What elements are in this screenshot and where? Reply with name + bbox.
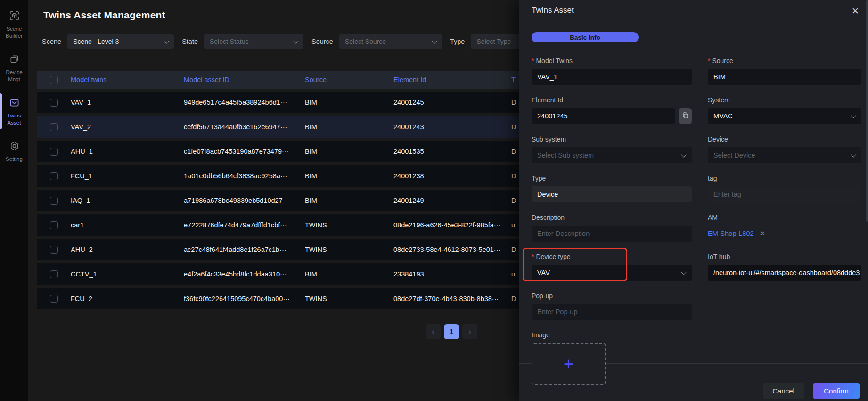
cell-source: BIM [305, 148, 393, 155]
close-icon[interactable]: ✕ [849, 5, 861, 17]
form-right-column: * Source BIM System MVAC Device Select D… [708, 56, 861, 395]
chevron-left-icon: ‹ [432, 327, 434, 336]
row-checkbox[interactable] [50, 123, 58, 131]
field-source: * Source BIM [708, 56, 861, 85]
scene-select-value: Scene - Level 3 [73, 38, 119, 45]
filter-label: Source [311, 38, 333, 45]
sidebar-item-setting[interactable]: Setting [0, 141, 28, 163]
type-input[interactable]: Device [532, 186, 692, 202]
field-tag: tag Enter tag [708, 174, 861, 202]
filter-state: State Select Status [182, 34, 303, 49]
field-type: Type Device [532, 174, 692, 202]
cell-model-twins: AHU_2 [71, 246, 184, 253]
cell-element-id: 08de27df-370e-4b43-830b-8b38··· [393, 295, 511, 302]
sidebar: Scene Builder Device Mngt Twins Asset [0, 0, 28, 401]
cell-model-asset-id: cefdf56713a44a0fb3e162e6947··· [184, 123, 305, 131]
select-all-checkbox[interactable] [50, 76, 58, 84]
cell-source: BIM [305, 197, 393, 204]
pagination-next-button[interactable]: › [462, 324, 477, 339]
cancel-button[interactable]: Cancel [763, 383, 804, 399]
type-select-placeholder: Select Type [476, 38, 511, 45]
field-element-id: Element Id 24001245 [532, 95, 692, 124]
cell-element-id: 08de2733-58e4-4612-8073-5e01··· [393, 246, 511, 253]
sidebar-item-twins-asset[interactable]: Twins Asset [0, 97, 28, 126]
sidebar-item-scene-builder[interactable]: Scene Builder [0, 10, 28, 40]
confirm-button[interactable]: Confirm [813, 383, 860, 399]
drawer-scrollbar[interactable] [866, 0, 868, 222]
pagination-page-1-button[interactable]: 1 [444, 324, 459, 339]
sidebar-item-label: Device Mngt [0, 69, 28, 83]
copy-button[interactable] [679, 108, 692, 124]
filter-scene: Scene Scene - Level 3 [42, 34, 174, 49]
field-label: * Device type [532, 252, 692, 261]
row-checkbox[interactable] [50, 172, 58, 180]
element-id-input[interactable]: 24001245 [532, 108, 675, 124]
cell-model-asset-id: 949de6517c4a45f5a38924b6d1··· [184, 99, 305, 106]
pagination-prev-button[interactable]: ‹ [426, 324, 441, 339]
cell-model-asset-id: ac27c48f641f4add8e1f26a7c1b··· [184, 246, 305, 253]
field-label: IoT hub [708, 252, 861, 261]
drawer-form: * Model Twins VAV_1 Element Id 24001245 [532, 56, 861, 395]
field-label: Image [532, 330, 692, 340]
model-twins-input[interactable]: VAV_1 [532, 69, 692, 85]
field-model-twins: * Model Twins VAV_1 [532, 56, 692, 85]
column-header-source[interactable]: Source [305, 76, 393, 84]
iot-hub-input[interactable]: /neuron-iot-ui/#/smartspace-dashboard/08… [708, 265, 861, 281]
tab-basic-info[interactable]: Basic Info [532, 32, 639, 42]
row-checkbox[interactable] [50, 246, 58, 254]
remove-icon[interactable]: ✕ [760, 229, 766, 238]
cell-element-id: 24001238 [393, 172, 511, 180]
cell-model-twins: CCTV_1 [71, 270, 184, 278]
filter-bar: Scene Scene - Level 3 State Select Statu… [42, 34, 579, 49]
am-link[interactable]: EM-Shop-L802 [708, 230, 754, 237]
field-label: AM [708, 213, 861, 222]
field-popup: Pop-up Enter Pop-up [532, 291, 692, 320]
active-indicator-bar [0, 93, 2, 129]
field-system: System MVAC [708, 95, 861, 124]
image-upload-box[interactable]: + [532, 343, 606, 385]
row-checkbox[interactable] [50, 148, 58, 156]
cell-model-twins: FCU_1 [71, 172, 184, 180]
row-checkbox[interactable] [50, 295, 58, 303]
field-label: * Source [708, 56, 861, 66]
status-select[interactable]: Select Status [204, 34, 303, 49]
column-header-model-twins[interactable]: Model twins [71, 76, 184, 84]
source-select[interactable]: Select Source [339, 34, 442, 49]
cell-element-id: 24001245 [393, 99, 511, 106]
field-label: Element Id [532, 95, 692, 105]
required-mark: * [708, 57, 710, 65]
column-header-element-id[interactable]: Element Id [393, 76, 511, 84]
sub-system-select[interactable]: Select Sub system [532, 147, 692, 163]
cell-model-twins: AHU_1 [71, 148, 184, 155]
field-label: Description [532, 213, 692, 222]
sidebar-item-device-mngt[interactable]: Device Mngt [0, 54, 28, 83]
cell-source: TWINS [305, 246, 393, 253]
cell-model-asset-id: f36fc90fc226415095c470c4ba00··· [184, 295, 305, 302]
popup-input[interactable]: Enter Pop-up [532, 304, 692, 320]
column-header-model-asset-id[interactable]: Model asset ID [184, 76, 305, 84]
field-am: AM EM-Shop-L802 ✕ [708, 213, 861, 242]
device-type-select[interactable]: VAV [532, 265, 692, 281]
row-checkbox[interactable] [50, 270, 58, 278]
twins-asset-drawer: Twins Asset ✕ Basic Info * Model Twins V… [519, 0, 868, 401]
cell-model-twins: FCU_2 [71, 295, 184, 302]
twins-asset-icon [9, 97, 20, 110]
cell-element-id: 08de2196-a626-45e3-822f-985fa··· [393, 221, 511, 229]
description-input[interactable]: Enter Description [532, 226, 692, 242]
drawer-title: Twins Asset [532, 6, 574, 15]
source-input[interactable]: BIM [708, 69, 861, 85]
row-checkbox[interactable] [50, 99, 58, 107]
required-mark: * [532, 253, 534, 260]
device-mngt-icon [9, 54, 20, 67]
cell-model-asset-id: a71986a678be49339eb5d10d27··· [184, 197, 305, 204]
scene-select[interactable]: Scene - Level 3 [67, 34, 174, 49]
cell-model-asset-id: c1fe07f8acb7453190a87e73479··· [184, 148, 305, 155]
status-select-placeholder: Select Status [210, 38, 249, 45]
filter-source: Source Select Source [311, 34, 442, 49]
field-device-type: * Device type VAV [532, 252, 692, 281]
system-select[interactable]: MVAC [708, 108, 861, 124]
device-select[interactable]: Select Device [708, 147, 861, 163]
row-checkbox[interactable] [50, 197, 58, 205]
row-checkbox[interactable] [50, 221, 58, 229]
tag-input[interactable]: Enter tag [708, 186, 861, 202]
